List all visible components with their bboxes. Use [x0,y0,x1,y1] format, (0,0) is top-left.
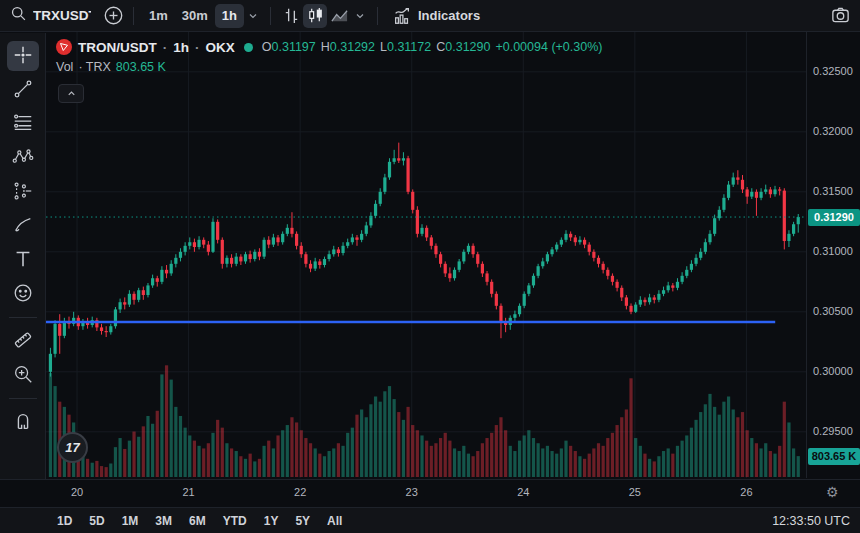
symbol-title[interactable]: TRON/USDT · 1h · OKX [56,39,235,55]
timezone-settings-icon[interactable]: ⚙ [826,484,839,500]
drawing-toolbar [0,33,46,506]
text-icon [12,248,34,273]
chart-type-menu-button[interactable] [351,4,369,28]
range-all-button[interactable]: All [327,514,342,528]
price-axis[interactable]: 0.325000.320000.315000.310000.305000.300… [806,32,860,478]
tool-forecast-button[interactable] [7,177,39,207]
range-ytd-button[interactable]: YTD [223,514,247,528]
ruler-icon [12,329,34,354]
tool-fib-lines-button[interactable] [7,109,39,139]
price-tick: 0.31000 [813,245,853,257]
zoom-in-icon [12,363,34,388]
tron-logo-icon [56,39,72,55]
tool-text-button[interactable] [7,245,39,275]
chart-pane[interactable]: TRON/USDT · 1h · OKX O0.31197 H0.31292 L… [46,32,806,478]
tool-xabcd-pattern-button[interactable] [7,143,39,173]
timeframe-1h[interactable]: 1h [215,4,244,28]
legend-interval: 1h [173,40,189,55]
tool-trend-line-button[interactable] [7,75,39,105]
legend-exchange: OKX [206,40,235,55]
xabcd-pattern-icon [12,146,34,171]
legend-collapse-button[interactable] [58,84,84,103]
chart-type-bars-button[interactable] [279,4,303,28]
range-5y-button[interactable]: 5Y [295,514,310,528]
toolbar-separator [377,7,378,25]
timeframe-30m[interactable]: 30m [175,4,215,28]
time-axis[interactable]: ⚙ 20212223242526 [0,479,860,506]
crosshair-icon [12,44,34,69]
clock-utc[interactable]: 12:33:50 UTC [772,514,850,528]
range-3m-button[interactable]: 3M [155,514,172,528]
chart-legend: TRON/USDT · 1h · OKX O0.31197 H0.31292 L… [56,38,602,74]
symbol-search[interactable]: TRXUSDT [10,5,91,26]
range-5d-button[interactable]: 5D [89,514,104,528]
compare-add-button[interactable] [101,4,125,28]
time-tick: 22 [294,486,306,498]
trend-line-icon [12,78,34,103]
indicators-icon [392,6,412,26]
candlestick-chart[interactable] [46,32,806,478]
range-1m-button[interactable]: 1M [122,514,139,528]
legend-symbol: TRON/USDT [78,40,157,55]
price-tick: 0.32000 [813,125,853,137]
tool-magnet-button[interactable] [7,407,39,437]
time-tick: 23 [406,486,418,498]
top-toolbar: TRXUSDT 1m30m1h [0,0,860,32]
timeframe-group: 1m30m1h [142,4,244,28]
volume-value: 803.65 K [116,60,166,74]
ohlc-values: O0.31197 H0.31292 L0.31172 C0.31290 +0.0… [262,40,603,54]
tool-crosshair-button[interactable] [7,41,39,71]
forecast-icon [12,180,34,205]
timeframe-menu-button[interactable] [244,4,262,28]
market-status-dot[interactable] [244,43,253,52]
date-range-group: 1D5D1M3M6MYTD1Y5YAll [57,514,359,528]
fib-lines-icon [12,112,34,137]
last-price-badge: 0.31290 [808,209,860,226]
brush-icon [12,214,34,239]
symbol-text[interactable]: TRXUSDT [33,8,91,23]
chart-type-candles-button[interactable] [303,4,327,28]
tool-emoji-button[interactable] [7,279,39,309]
range-6m-button[interactable]: 6M [189,514,206,528]
tool-ruler-button[interactable] [7,326,39,356]
price-tick: 0.32500 [813,65,853,77]
open-value: 0.31197 [272,40,316,54]
magnet-icon [12,410,34,435]
time-tick: 21 [182,486,194,498]
low-value: 0.31172 [387,40,431,54]
indicators-label: Indicators [418,8,480,23]
toolbar-separator [270,7,271,25]
timeframe-1m[interactable]: 1m [142,4,175,28]
volume-label: Vol [56,60,73,74]
range-1d-button[interactable]: 1D [57,514,72,528]
tool-zoom-in-button[interactable] [7,360,39,390]
tradingview-logo[interactable]: 17 [57,432,88,463]
chart-type-area-button[interactable] [327,4,351,28]
price-tick: 0.30500 [813,305,853,317]
legend-sep: · [195,40,200,55]
time-tick: 26 [740,486,752,498]
trading-chart-app: TRXUSDT 1m30m1h [0,0,860,533]
close-value: 0.31290 [445,40,490,54]
change-value: +0.00094 (+0.30%) [495,40,602,54]
time-tick: 24 [517,486,529,498]
bottom-toolbar: 1D5D1M3M6MYTD1Y5YAll 12:33:50 UTC [0,507,860,533]
time-tick: 20 [71,486,83,498]
screenshot-button[interactable] [828,4,852,28]
high-value: 0.31292 [330,40,375,54]
tool-brush-button[interactable] [7,211,39,241]
rail-separator [9,317,37,318]
volume-pair: · TRX [78,60,110,74]
toolbar-separator [133,7,134,25]
indicators-button[interactable]: Indicators [386,4,486,28]
time-tick: 25 [629,486,641,498]
price-tick: 0.31500 [813,185,853,197]
search-icon [10,5,27,26]
price-tick: 0.30000 [813,365,853,377]
volume-row: Vol · TRX 803.65 K [56,60,602,74]
legend-sep: · [163,40,168,55]
range-1y-button[interactable]: 1Y [264,514,279,528]
emoji-icon [12,282,34,307]
rail-separator [9,398,37,399]
volume-badge: 803.65 K [808,448,860,465]
